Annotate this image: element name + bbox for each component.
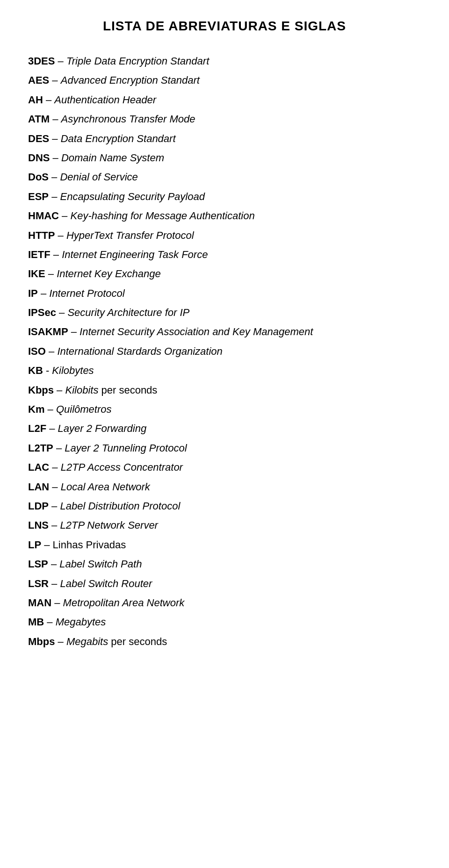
abbr-meaning: Kilobits — [65, 384, 98, 396]
abbr-meaning: Kilobytes — [52, 365, 94, 376]
abbr-meaning: Label Switch Router — [60, 578, 152, 589]
abbr-dash: – — [55, 55, 66, 67]
abbr-code: LSR — [28, 578, 49, 589]
abbr-meaning: Label Switch Path — [59, 558, 142, 570]
abbr-code: IKE — [28, 268, 45, 280]
abbr-dash: – — [49, 171, 60, 183]
list-item: IPSec – Security Architecture for IP — [28, 304, 421, 321]
abbr-meaning: Encapsulating Security Payload — [60, 191, 205, 202]
list-item: LAN – Local Area Network — [28, 478, 421, 495]
list-item: ISAKMP – Internet Security Association a… — [28, 323, 421, 340]
list-item: L2F – Layer 2 Forwarding — [28, 420, 421, 437]
abbr-code: LP — [28, 539, 41, 551]
abbr-meaning: Triple Data Encryption Standart — [66, 55, 209, 67]
abbr-meaning: Denial of Service — [60, 171, 138, 183]
abbr-dash: – — [55, 636, 66, 647]
abbr-code: LNS — [28, 519, 49, 531]
abbr-code: KB — [28, 365, 43, 376]
abbr-suffix: per seconds — [98, 384, 157, 396]
abbr-dash: – — [43, 94, 54, 106]
abbr-dash: – — [51, 249, 62, 260]
abbr-dash: – — [68, 326, 80, 337]
abbr-dash: – — [53, 442, 65, 454]
abbr-dash: – — [41, 539, 52, 551]
abbr-dash: – — [50, 152, 61, 164]
abbr-code: MAN — [28, 597, 51, 609]
list-item: Km – Quilômetros — [28, 401, 421, 418]
list-item: LNS – L2TP Network Server — [28, 516, 421, 534]
abbr-code: LSP — [28, 558, 48, 570]
list-item: Kbps – Kilobits per seconds — [28, 381, 421, 399]
abbr-dash: - — [43, 365, 52, 376]
abbr-dash: – — [50, 113, 61, 125]
list-item: LAC – L2TP Access Concentrator — [28, 459, 421, 476]
abbr-meaning: Authentication Header — [54, 94, 156, 106]
abbr-meaning: Quilômetros — [56, 403, 112, 415]
abbr-dash: – — [56, 307, 67, 318]
list-item: KB - Kilobytes — [28, 362, 421, 379]
abbr-dash: – — [46, 345, 57, 357]
abbr-meaning: Data Encryption Standart — [61, 133, 176, 144]
abbr-code: Kbps — [28, 384, 54, 396]
list-item: AH – Authentication Header — [28, 91, 421, 108]
abbr-meaning: Metropolitan Area Network — [63, 597, 185, 609]
abbr-dash: – — [49, 578, 60, 589]
abbr-dash: – — [49, 500, 60, 512]
abbr-meaning: Local Area Network — [61, 481, 150, 493]
abbr-meaning: Asynchronous Transfer Mode — [61, 113, 196, 125]
abbr-meaning: Layer 2 Forwarding — [58, 423, 147, 434]
abbr-suffix: per seconds — [108, 636, 167, 647]
abbr-code: DNS — [28, 152, 50, 164]
abbr-code: L2F — [28, 423, 46, 434]
abbr-dash: – — [49, 74, 60, 86]
abbr-dash: – — [49, 461, 60, 473]
abbr-dash: – — [59, 210, 70, 222]
abbr-meaning: International Stardards Organization — [57, 345, 222, 357]
abbr-dash: – — [51, 597, 63, 609]
abbr-dash: – — [49, 481, 60, 493]
abbr-meaning: Security Architecture for IP — [67, 307, 189, 318]
list-item: DoS – Denial of Service — [28, 168, 421, 186]
abbr-meaning: HyperText Transfer Protocol — [66, 230, 194, 241]
abbr-meaning: Internet Protocol — [49, 287, 124, 299]
abbr-code: IP — [28, 287, 38, 299]
abbr-code: DES — [28, 133, 49, 144]
abbr-code: HTTP — [28, 230, 55, 241]
abbr-dash: – — [38, 287, 49, 299]
abbr-code: AH — [28, 94, 43, 106]
list-item: DES – Data Encryption Standart — [28, 130, 421, 147]
list-item: MAN – Metropolitan Area Network — [28, 594, 421, 611]
list-item: L2TP – Layer 2 Tunneling Protocol — [28, 439, 421, 457]
abbr-code: IPSec — [28, 307, 56, 318]
abbr-meaning: Internet Key Exchange — [57, 268, 161, 280]
abbr-meaning: Label Distribution Protocol — [60, 500, 180, 512]
list-item: ATM – Asynchronous Transfer Mode — [28, 110, 421, 128]
abbr-meaning: Domain Name System — [61, 152, 164, 164]
list-item: LP – Linhas Privadas — [28, 536, 421, 553]
abbr-code: ISO — [28, 345, 46, 357]
abbr-code: L2TP — [28, 442, 53, 454]
list-item: ISO – International Stardards Organizati… — [28, 343, 421, 360]
abbr-meaning: Layer 2 Tunneling Protocol — [65, 442, 187, 454]
abbr-code: LAC — [28, 461, 49, 473]
list-item: AES – Advanced Encryption Standart — [28, 72, 421, 89]
abbr-code: ISAKMP — [28, 326, 68, 337]
list-item: IETF – Internet Engineering Task Force — [28, 246, 421, 263]
abbr-dash: – — [49, 133, 60, 144]
abbr-code: ESP — [28, 191, 49, 202]
abbr-meaning: Key-hashing for Message Authentication — [70, 210, 254, 222]
abbr-meaning: Megabits — [66, 636, 108, 647]
abbr-code: Km — [28, 403, 44, 415]
abbr-meaning: Linhas Privadas — [53, 539, 126, 551]
abbr-code: AES — [28, 74, 49, 86]
abbr-code: ATM — [28, 113, 50, 125]
abbr-dash: – — [45, 268, 57, 280]
list-item: 3DES – Triple Data Encryption Standart — [28, 52, 421, 70]
list-item: ESP – Encapsulating Security Payload — [28, 188, 421, 205]
page-title: LISTA DE ABREVIATURAS E SIGLAS — [28, 19, 421, 34]
abbr-code: Mbps — [28, 636, 55, 647]
abbr-dash: – — [54, 384, 65, 396]
list-item: IP – Internet Protocol — [28, 285, 421, 302]
abbr-meaning: Internet Security Association and Key Ma… — [80, 326, 313, 337]
abbr-meaning: L2TP Access Concentrator — [61, 461, 183, 473]
